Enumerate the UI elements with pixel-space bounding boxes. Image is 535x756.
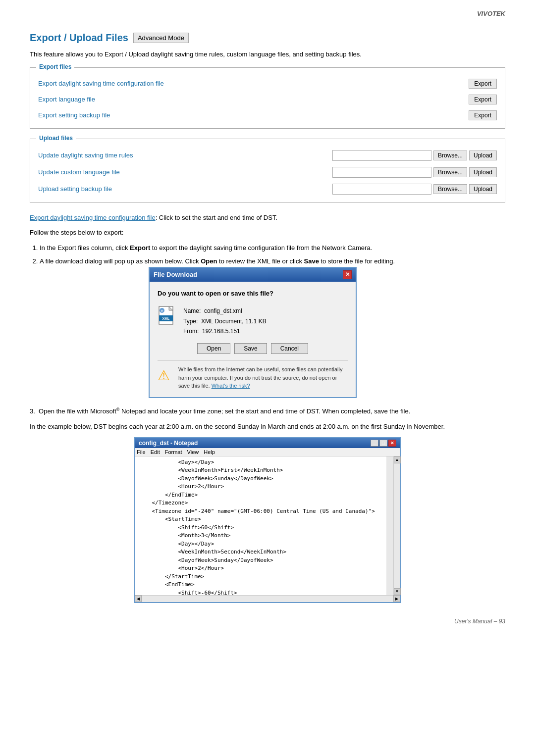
- dialog-titlebar: File Download ✕: [150, 268, 356, 282]
- export-row-1: Export language file Export: [38, 95, 497, 104]
- open-button[interactable]: Open: [197, 343, 230, 354]
- superscript-r: ®: [116, 407, 120, 412]
- upload-rows: Update daylight saving time rules Browse…: [38, 150, 497, 195]
- file-name-label: Name:: [183, 307, 201, 314]
- browse-btn-0[interactable]: Browse...: [433, 151, 467, 160]
- notepad-menu-item-format[interactable]: Format: [165, 449, 182, 455]
- notepad-minimize-button[interactable]: _: [371, 440, 378, 447]
- dialog-file-info: XML e Name: config_dst.xml Type:: [158, 306, 348, 336]
- svg-text:e: e: [161, 309, 163, 312]
- horizontal-scrollbar[interactable]: ◀ ▶: [135, 595, 400, 602]
- file-input-1[interactable]: [332, 167, 431, 178]
- dialog-question: Do you want to open or save this file?: [158, 289, 348, 299]
- export-row-label-0: Export daylight saving time configuratio…: [38, 80, 164, 87]
- notepad-code: <Day></Day> <WeekInMonth>First</WeekInMo…: [139, 458, 382, 595]
- notepad-titlebar: config_dst - Notepad _ □ ✕: [135, 438, 400, 448]
- notepad-menu-item-help[interactable]: Help: [204, 449, 215, 455]
- svg-text:XML: XML: [162, 317, 170, 320]
- upload-controls-1: Browse... Upload: [332, 167, 497, 178]
- upload-section-legend: Upload files: [36, 135, 76, 142]
- vertical-scrollbar[interactable]: ▲ ▼: [393, 456, 400, 595]
- export-dst-link[interactable]: Export daylight saving time configuratio…: [30, 214, 156, 221]
- notepad-window: config_dst - Notepad _ □ ✕ FileEditForma…: [134, 437, 401, 603]
- file-type-row: Type: XML Document, 11.1 KB: [183, 316, 267, 326]
- scroll-up-btn[interactable]: ▲: [394, 456, 401, 463]
- dialog-body: Do you want to open or save this file? X…: [150, 282, 356, 397]
- upload-row-1: Update custom language file Browse... Up…: [38, 167, 497, 178]
- upload-row-label-1: Update custom language file: [38, 168, 120, 176]
- file-from-value: 192.168.5.151: [202, 328, 240, 335]
- warning-message: While files from the Internet can be use…: [178, 366, 342, 389]
- file-input-2[interactable]: [332, 184, 431, 195]
- upload-btn-2[interactable]: Upload: [469, 184, 497, 194]
- steps-intro: Follow the steps below to export:: [30, 228, 505, 238]
- notepad-section: config_dst - Notepad _ □ ✕ FileEditForma…: [30, 437, 505, 603]
- file-input-0[interactable]: [332, 150, 431, 161]
- export-rows: Export daylight saving time configuratio…: [38, 79, 497, 120]
- link-suffix: : Click to set the start and end time of…: [156, 214, 277, 221]
- page-title: Export / Upload Files: [30, 32, 128, 44]
- file-details: Name: config_dst.xml Type: XML Document,…: [183, 306, 267, 336]
- notepad-menubar: FileEditFormatViewHelp: [135, 448, 400, 456]
- upload-btn-0[interactable]: Upload: [469, 151, 497, 160]
- export-files-section: Export files Export daylight saving time…: [30, 67, 505, 129]
- steps-list: In the Export files column, click Export…: [40, 243, 505, 398]
- upload-controls-2: Browse... Upload: [332, 184, 497, 195]
- notepad-controls: _ □ ✕: [371, 440, 396, 447]
- xml-file-svg: XML e: [158, 305, 177, 326]
- advanced-mode-button[interactable]: Advanced Mode: [133, 33, 189, 43]
- upload-btn-1[interactable]: Upload: [469, 167, 497, 177]
- export-btn-2[interactable]: Export: [469, 110, 497, 120]
- whats-risk-link[interactable]: What's the risk?: [212, 383, 250, 389]
- notepad-content: <Day></Day> <WeekInMonth>First</WeekInMo…: [135, 456, 393, 595]
- scroll-left-btn[interactable]: ◀: [135, 595, 142, 602]
- file-download-dialog: File Download ✕ Do you want to open or s…: [149, 267, 357, 398]
- export-section-legend: Export files: [36, 63, 74, 70]
- dst-example-text: In the example below, DST begins each ye…: [30, 422, 505, 432]
- export-btn-1[interactable]: Export: [469, 95, 497, 104]
- dialog-warning: ⚠ While files from the Internet can be u…: [158, 365, 348, 390]
- dialog-close-button[interactable]: ✕: [343, 270, 352, 279]
- upload-row-label-0: Update daylight saving time rules: [38, 151, 133, 159]
- upload-row-label-2: Upload setting backup file: [38, 185, 112, 193]
- file-from-label: From:: [183, 328, 199, 335]
- scroll-track-h: [142, 596, 393, 601]
- page-title-area: Export / Upload Files Advanced Mode: [30, 32, 505, 44]
- browse-btn-1[interactable]: Browse...: [433, 167, 467, 177]
- dialog-buttons: Open Save Cancel: [158, 343, 348, 354]
- save-button[interactable]: Save: [234, 343, 267, 354]
- upload-row-2: Upload setting backup file Browse... Upl…: [38, 184, 497, 195]
- browse-btn-2[interactable]: Browse...: [433, 184, 467, 194]
- notepad-menu-item-view[interactable]: View: [187, 449, 199, 455]
- file-type-value: XML Document, 11.1 KB: [201, 318, 267, 325]
- notepad-content-area: <Day></Day> <WeekInMonth>First</WeekInMo…: [135, 456, 400, 595]
- notepad-title: config_dst - Notepad: [139, 440, 198, 447]
- export-row-label-1: Export language file: [38, 96, 95, 103]
- export-row-2: Export setting backup file Export: [38, 110, 497, 120]
- scroll-down-btn[interactable]: ▼: [394, 588, 401, 595]
- file-download-dialog-container: File Download ✕ Do you want to open or s…: [149, 267, 505, 398]
- link-description: Export daylight saving time configuratio…: [30, 213, 505, 223]
- file-name-row: Name: config_dst.xml: [183, 306, 267, 316]
- upload-row-0: Update daylight saving time rules Browse…: [38, 150, 497, 161]
- file-icon: XML e: [158, 306, 177, 326]
- upload-controls-0: Browse... Upload: [332, 150, 497, 161]
- step-1: In the Export files column, click Export…: [40, 243, 505, 253]
- brand-label: VIVOTEK: [30, 10, 505, 17]
- warning-text: While files from the Internet can be use…: [178, 365, 348, 390]
- dialog-title: File Download: [154, 270, 197, 280]
- warning-icon: ⚠: [158, 365, 173, 386]
- export-btn-0[interactable]: Export: [469, 79, 497, 89]
- notepad-menu-item-file[interactable]: File: [137, 449, 146, 455]
- notepad-menu-item-edit[interactable]: Edit: [151, 449, 160, 455]
- file-name-value: config_dst.xml: [204, 307, 242, 314]
- notepad-close-button[interactable]: ✕: [388, 440, 396, 447]
- page-footer: User's Manual – 93: [30, 618, 505, 625]
- export-row-label-2: Export setting backup file: [38, 111, 110, 119]
- scroll-right-btn[interactable]: ▶: [393, 595, 400, 602]
- file-type-label: Type:: [183, 318, 198, 325]
- file-from-row: From: 192.168.5.151: [183, 326, 267, 336]
- cancel-button[interactable]: Cancel: [271, 343, 308, 354]
- notepad-maximize-button[interactable]: □: [379, 440, 387, 447]
- scroll-track: [394, 463, 400, 588]
